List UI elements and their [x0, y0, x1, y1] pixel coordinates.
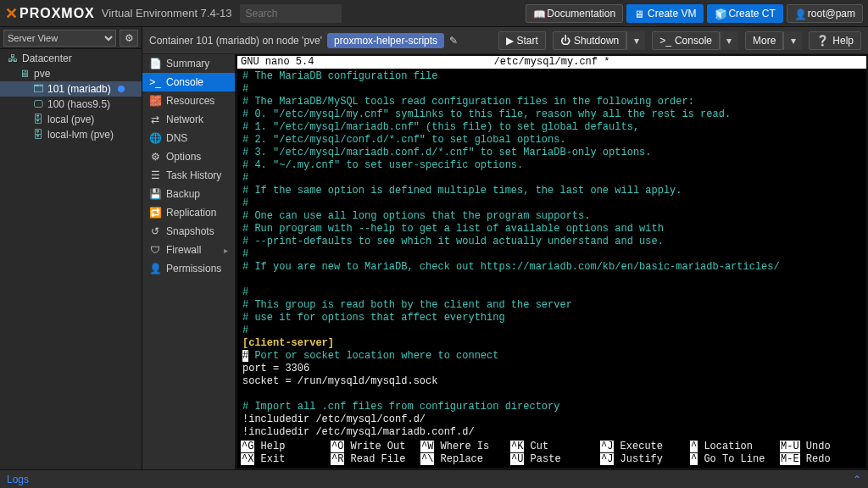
create-ct-button[interactable]: 🧊Create CT	[707, 4, 782, 23]
nav-item-options[interactable]: ⚙Options	[142, 147, 235, 166]
node-icon: 🖧	[7, 53, 19, 64]
cube-icon: 🧊	[715, 8, 725, 19]
nav-icon: ☰	[149, 169, 161, 181]
nav-icon: 🌐	[149, 132, 161, 144]
console-button[interactable]: >_Console	[652, 31, 720, 50]
nano-body[interactable]: # The MariaDB configuration file # # The…	[237, 69, 866, 441]
nav-icon: 🧱	[149, 95, 161, 107]
documentation-button[interactable]: 📖Documentation	[526, 4, 623, 23]
help-icon: ❔	[816, 35, 829, 47]
nav-icon: 👤	[149, 263, 161, 274]
resource-tree: 🖧Datacenter🖥pve🗔101 (mariadb)🖵100 (haos9…	[0, 49, 142, 144]
node-icon: 🖥	[19, 68, 31, 80]
power-icon: ⏻	[560, 35, 570, 47]
nav-item-console[interactable]: >_Console	[142, 73, 235, 92]
nav-item-network[interactable]: ⇄Network	[142, 110, 235, 129]
nav-icon: >_	[149, 76, 161, 88]
left-sidebar: Server View ⚙ 🖧Datacenter🖥pve🗔101 (maria…	[0, 27, 142, 469]
breadcrumb-bar: Container 101 (mariadb) on node 'pve' pr…	[142, 27, 868, 54]
nav-item-backup[interactable]: 💾Backup	[142, 185, 235, 203]
user-menu-button[interactable]: 👤root@pam	[787, 4, 863, 23]
tree-item[interactable]: 🗄local-lvm (pve)	[0, 127, 142, 142]
tree-item[interactable]: 🗔101 (mariadb)	[0, 81, 142, 97]
node-icon: 🗔	[32, 83, 44, 95]
breadcrumb-text: Container 101 (mariadb) on node 'pve'	[149, 35, 322, 47]
more-button[interactable]: More	[745, 31, 783, 50]
create-vm-button[interactable]: 🖥Create VM	[626, 4, 704, 23]
nav-icon: ⇄	[149, 114, 161, 125]
terminal-icon: >_	[659, 35, 671, 47]
nav-item-dns[interactable]: 🌐DNS	[142, 129, 235, 147]
search-input[interactable]	[240, 4, 342, 23]
status-dot-icon	[118, 86, 125, 92]
more-dropdown[interactable]: ▾	[783, 31, 802, 50]
nav-item-snapshots[interactable]: ↺Snapshots	[142, 222, 235, 241]
nav-item-permissions[interactable]: 👤Permissions	[142, 259, 235, 278]
console-dropdown[interactable]: ▾	[720, 31, 738, 50]
nav-icon: 📄	[149, 58, 161, 69]
chevron-right-icon	[224, 244, 228, 256]
sidebar-settings-button[interactable]: ⚙	[120, 30, 138, 47]
monitor-icon: 🖥	[634, 8, 644, 19]
nav-item-replication[interactable]: 🔁Replication	[142, 203, 235, 222]
play-icon: ▶	[506, 35, 514, 47]
app-title: Virtual Environment 7.4-13	[102, 7, 232, 19]
tree-item[interactable]: 🖥pve	[0, 66, 142, 81]
logo-icon: ✕	[5, 4, 18, 23]
shutdown-dropdown[interactable]: ▾	[626, 31, 645, 50]
view-select[interactable]: Server View	[3, 30, 116, 47]
shutdown-button[interactable]: ⏻Shutdown	[553, 31, 626, 50]
nav-panel: 📄Summary>_Console🧱Resources⇄Network🌐DNS⚙…	[142, 54, 236, 469]
book-icon: 📖	[533, 8, 543, 19]
logs-bar[interactable]: Logs ⌃	[0, 469, 868, 488]
gear-icon: ⚙	[125, 32, 134, 44]
nav-icon: ↺	[149, 225, 161, 237]
nano-footer: ^G Help^X Exit^O Write Out^R Read File^W…	[237, 441, 866, 468]
user-icon: 👤	[794, 8, 804, 19]
start-button[interactable]: ▶Start	[498, 31, 546, 50]
node-icon: 🗄	[32, 129, 44, 141]
chevron-up-icon: ⌃	[853, 474, 861, 485]
edit-tags-icon[interactable]: ✎	[449, 35, 458, 47]
nav-item-summary[interactable]: 📄Summary	[142, 54, 235, 73]
node-icon: 🗄	[32, 114, 44, 125]
terminal-panel[interactable]: GNU nano 5.4 /etc/mysql/my.cnf * # The M…	[236, 54, 868, 469]
node-icon: 🖵	[32, 98, 44, 110]
nav-icon: 🔁	[149, 207, 161, 219]
tree-item[interactable]: 🖵100 (haos9.5)	[0, 97, 142, 112]
help-button[interactable]: ❔Help	[809, 31, 861, 50]
nav-icon: 💾	[149, 188, 161, 200]
nav-icon: 🛡	[149, 244, 161, 256]
nav-item-task-history[interactable]: ☰Task History	[142, 166, 235, 185]
tag-chip[interactable]: proxmox-helper-scripts	[327, 33, 444, 48]
nav-icon: ⚙	[149, 151, 161, 163]
nano-titlebar: GNU nano 5.4 /etc/mysql/my.cnf *	[237, 56, 866, 69]
tree-item[interactable]: 🗄local (pve)	[0, 112, 142, 127]
logs-label: Logs	[7, 474, 29, 485]
tree-item[interactable]: 🖧Datacenter	[0, 51, 142, 66]
nav-item-resources[interactable]: 🧱Resources	[142, 92, 235, 110]
top-bar: ✕ PROXMOX Virtual Environment 7.4-13 📖Do…	[0, 0, 868, 27]
nav-item-firewall[interactable]: 🛡Firewall	[142, 241, 235, 259]
brand: PROXMOX	[19, 6, 95, 21]
